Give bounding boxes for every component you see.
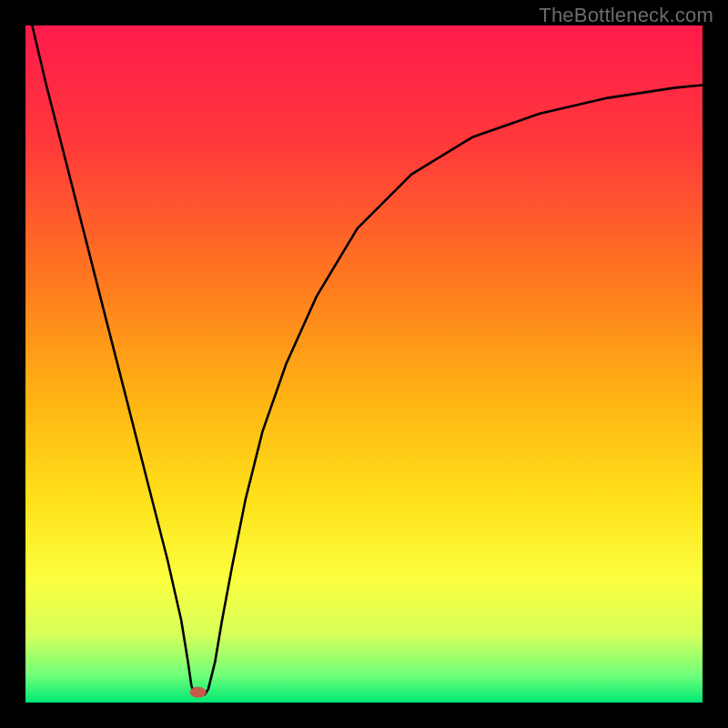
curve-layer	[25, 25, 703, 703]
watermark-text: TheBottleneck.com	[539, 4, 713, 27]
chart-frame: TheBottleneck.com	[0, 0, 728, 728]
optimum-marker	[190, 687, 207, 698]
bottleneck-curve	[32, 25, 703, 694]
plot-area	[25, 25, 703, 703]
